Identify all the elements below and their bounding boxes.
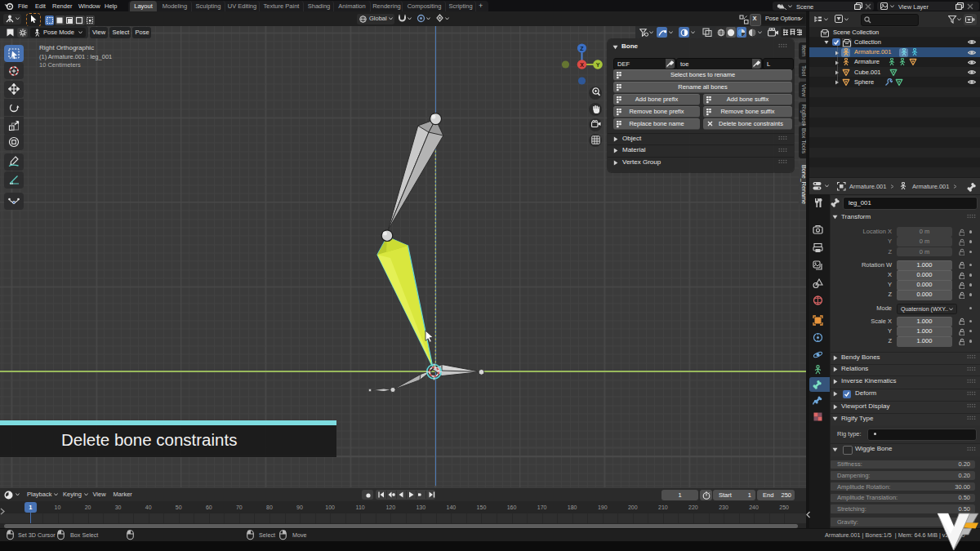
svg-text:Y: Y xyxy=(596,62,600,68)
svg-text:X: X xyxy=(580,62,584,68)
svg-text:Z: Z xyxy=(580,46,584,51)
